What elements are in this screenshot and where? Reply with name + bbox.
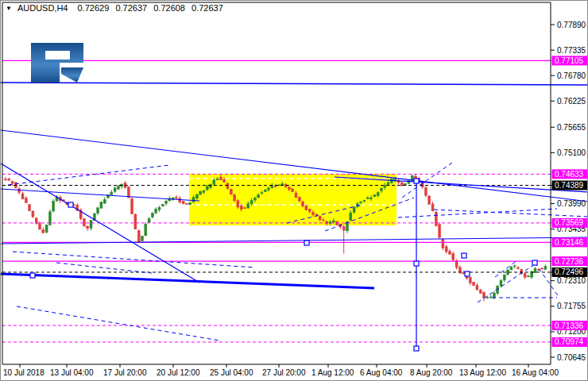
candle-body (100, 202, 103, 209)
candle-body (237, 201, 239, 207)
price-tick-label: 0.72310 (557, 276, 586, 285)
candle-body (452, 253, 455, 260)
quote-high: 0.72637 (115, 3, 147, 13)
blue-dashed-line[interactable] (495, 260, 517, 277)
blue-trendline[interactable] (1, 189, 199, 201)
price-tick-label: 0.75655 (557, 123, 586, 132)
candle-body (268, 188, 270, 190)
candle-body (134, 214, 137, 229)
candle-body (247, 204, 250, 208)
object-drag-handle[interactable] (462, 253, 466, 258)
price-tick-label: 0.71755 (557, 302, 586, 310)
candle-body (244, 208, 246, 209)
chart-canvas[interactable]: 0.778900.773350.767800.762250.756550.751… (1, 1, 588, 381)
candle-body (141, 236, 144, 241)
candle-body (442, 239, 444, 248)
candle-body (114, 188, 116, 191)
candle-body (428, 196, 431, 204)
symbol-period-label: AUDUSD,H4 (17, 3, 68, 13)
object-drag-handle[interactable] (465, 271, 470, 276)
object-drag-handle[interactable] (68, 202, 73, 207)
blue-horizontal-trendline[interactable] (1, 83, 588, 85)
candle-body (473, 283, 475, 286)
candle-body (332, 221, 335, 222)
price-tick-label: 0.77335 (557, 46, 586, 55)
candle-body (298, 197, 300, 201)
candle-body (377, 193, 379, 196)
candle-body (234, 194, 236, 201)
level-price-label: 0.72496 (555, 267, 584, 276)
candle-body (110, 192, 113, 194)
candle-body (21, 194, 24, 199)
level-price-label: 0.72736 (555, 257, 584, 266)
candle-body (524, 274, 526, 278)
candle-body (5, 179, 7, 180)
candle-body (489, 297, 492, 298)
object-drag-handle[interactable] (414, 179, 419, 183)
candle-body (534, 268, 536, 272)
candle-body (458, 267, 461, 272)
object-drag-handle[interactable] (414, 261, 419, 266)
candle-body (274, 186, 277, 187)
candle-body (517, 267, 520, 268)
candle-body (155, 210, 157, 214)
candle-body (513, 266, 516, 267)
level-price-label: 0.73569 (555, 218, 584, 227)
blue-dashed-line[interactable] (8, 165, 169, 185)
level-price-label: 0.74633 (555, 170, 584, 179)
blue-dashed-line[interactable] (13, 252, 255, 267)
candle-body (230, 189, 232, 194)
candle-body (90, 221, 92, 229)
candle-body (541, 268, 544, 269)
time-tick-label: 27 Jul 20:00 (262, 368, 306, 377)
candle-body (219, 177, 222, 179)
candle-body (424, 188, 427, 195)
object-drag-handle[interactable] (304, 241, 309, 245)
candle-body (353, 207, 355, 213)
candle-body (288, 187, 290, 190)
chart-window: 0.778900.773350.767800.762250.756550.751… (0, 0, 588, 381)
object-drag-handle[interactable] (414, 346, 419, 351)
price-tick-label: 0.76780 (557, 71, 586, 80)
blue-dashed-line[interactable] (56, 263, 152, 273)
candle-body (271, 186, 273, 188)
blue-dashed-line[interactable] (398, 209, 557, 217)
candle-body (97, 208, 99, 214)
blue-dashed-line[interactable] (478, 264, 535, 302)
object-drag-handle[interactable] (532, 260, 537, 265)
candle-body (449, 252, 451, 255)
candle-body (292, 189, 294, 191)
candle-body (253, 198, 256, 200)
symbol-dropdown-icon[interactable]: ▼ (6, 5, 12, 12)
candle-body (305, 206, 308, 210)
blue-dashed-line[interactable] (17, 306, 219, 341)
time-tick-label: 13 Aug 12:00 (459, 368, 506, 377)
candle-body (158, 207, 161, 210)
time-tick-label: 8 Aug 20:00 (410, 368, 453, 377)
candle-body (295, 193, 297, 198)
price-tick-label: 0.77890 (557, 21, 586, 29)
blue-trendline[interactable] (1, 274, 374, 288)
candle-body (435, 212, 437, 225)
candle-body (131, 198, 133, 214)
candle-body (544, 267, 547, 270)
blue-dashed-line[interactable] (434, 210, 588, 217)
time-tick-label: 17 Jul 20:00 (103, 368, 147, 377)
candle-body (439, 225, 441, 237)
level-price-label: 0.74389 (555, 181, 584, 190)
candle-body (384, 185, 386, 187)
object-drag-handle[interactable] (30, 273, 35, 278)
candle-body (165, 201, 168, 203)
candle-body (319, 217, 321, 220)
yellow-highlight-box[interactable] (189, 174, 397, 225)
price-tick-label: 0.73990 (557, 199, 586, 208)
candle-body (373, 195, 376, 197)
candle-body (42, 230, 44, 233)
candle-body (182, 201, 184, 203)
candle-body (381, 188, 383, 190)
level-price-label: 0.73146 (555, 238, 584, 247)
candle-body (25, 198, 27, 203)
candle-body (363, 200, 366, 201)
candle-body (322, 220, 324, 221)
time-axis: 10 Jul 201813 Jul 04:0017 Jul 20:0020 Ju… (3, 364, 559, 377)
